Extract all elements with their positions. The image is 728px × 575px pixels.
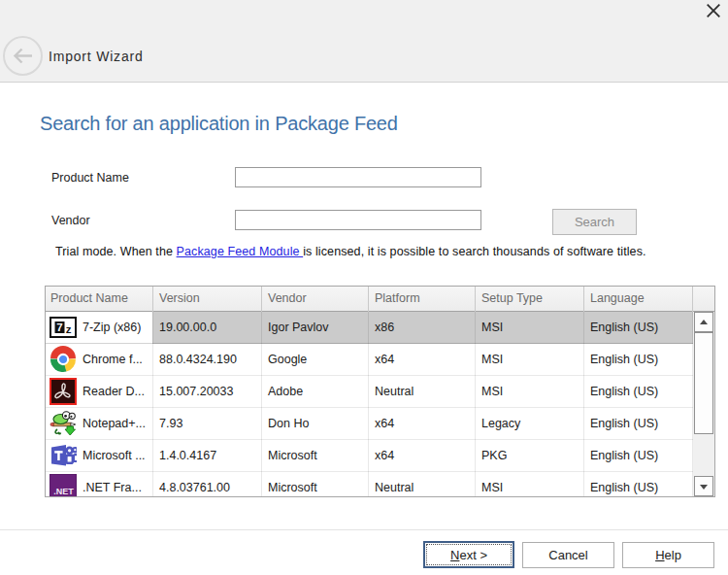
cell-version: 1.4.0.4167	[159, 449, 216, 462]
cell-setup-type: MSI	[481, 353, 503, 366]
teams-icon	[50, 442, 77, 469]
cell-language: English (US)	[590, 449, 658, 462]
cell-language: English (US)	[590, 353, 658, 366]
cell-version: 7.93	[159, 417, 182, 430]
column-divider	[475, 287, 476, 312]
cell-version: 19.00.00.0	[159, 321, 216, 334]
cell-setup-type: PKG	[481, 449, 507, 462]
cell-setup-type: MSI	[481, 321, 503, 334]
svg-text:.NET: .NET	[53, 487, 74, 496]
cell-product: .NET Fra...	[83, 481, 142, 494]
help-label-rest: elp	[665, 548, 681, 562]
cell-product: Reader D...	[83, 385, 145, 398]
cell-vendor: Google	[268, 353, 307, 366]
cell-version: 4.8.03761.00	[159, 481, 230, 494]
scroll-up-button[interactable]	[694, 312, 713, 332]
column-divider	[368, 287, 369, 312]
trial-note: Trial mode. When the Package Feed Module…	[55, 245, 646, 258]
column-divider	[261, 312, 262, 496]
cell-vendor: Don Ho	[268, 417, 309, 430]
column-divider	[152, 287, 153, 312]
vendor-label: Vendor	[51, 214, 90, 227]
next-label-rest: ext >	[459, 548, 487, 562]
column-divider	[475, 312, 476, 496]
table-row-7zip[interactable]: 7 z 7-Zip (x86) 19.00.00.0 Igor Pavlov x…	[46, 312, 693, 344]
chrome-icon	[50, 346, 77, 373]
cell-version: 88.0.4324.190	[159, 353, 237, 366]
cell-platform: x64	[375, 449, 394, 462]
help-button[interactable]: Help	[622, 542, 714, 568]
cancel-button[interactable]: Cancel	[522, 542, 614, 568]
7zip-icon: 7 z	[50, 314, 77, 341]
column-header-product-name[interactable]: Product Name	[50, 291, 128, 305]
svg-text:7: 7	[56, 321, 62, 333]
column-header-platform[interactable]: Platform	[375, 291, 420, 305]
cell-platform: Neutral	[375, 385, 414, 398]
cell-language: English (US)	[590, 385, 658, 398]
cancel-label: Cancel	[548, 548, 587, 562]
column-divider	[583, 312, 584, 496]
wizard-title: Import Wizard	[49, 49, 144, 64]
footer-divider	[0, 529, 728, 530]
vendor-input[interactable]	[235, 210, 481, 230]
cell-vendor: Adobe	[268, 385, 303, 398]
scroll-up-icon	[700, 320, 708, 324]
table-row-teams[interactable]: Microsoft ... 1.4.0.4167 Microsoft x64 P…	[46, 440, 693, 472]
vertical-scrollbar[interactable]	[693, 312, 714, 496]
table-row-reader[interactable]: Reader D... 15.007.20033 Adobe Neutral M…	[46, 376, 693, 408]
notepadpp-icon	[50, 410, 77, 437]
cell-platform: Neutral	[375, 481, 414, 494]
search-button[interactable]: Search	[552, 209, 637, 235]
cell-product: Chrome f...	[83, 353, 143, 366]
dotnet-icon: .NET	[50, 474, 77, 497]
reader-icon	[50, 378, 77, 405]
product-name-input[interactable]	[235, 167, 481, 187]
column-divider	[152, 312, 153, 496]
trial-note-prefix: Trial mode. When the	[55, 245, 177, 258]
table-row-notepadpp[interactable]: Notepad+... 7.93 Don Ho x64 Legacy Engli…	[46, 408, 693, 440]
cell-product: Microsoft ...	[83, 449, 146, 462]
wizard-header: Import Wizard	[0, 0, 728, 83]
cell-vendor: Igor Pavlov	[268, 321, 329, 334]
cell-setup-type: MSI	[481, 481, 503, 494]
trial-note-suffix: is licensed, it is possible to search th…	[303, 245, 645, 258]
next-button[interactable]: Next >	[423, 541, 514, 568]
close-button[interactable]	[703, 1, 724, 22]
back-arrow-icon	[13, 48, 33, 64]
column-header-setup-type[interactable]: Setup Type	[481, 291, 543, 305]
package-feed-module-link[interactable]: Package Feed Module	[177, 245, 304, 258]
results-table: Product Name Version Vendor Platform Set…	[45, 286, 715, 497]
cell-setup-type: MSI	[481, 385, 503, 398]
scroll-down-button[interactable]	[694, 476, 713, 496]
cell-product: Notepad+...	[83, 417, 146, 430]
column-header-version[interactable]: Version	[159, 291, 200, 305]
next-label-accel: N	[450, 548, 459, 562]
table-header-row: Product Name Version Vendor Platform Set…	[46, 287, 714, 312]
column-divider	[692, 312, 693, 496]
product-name-label: Product Name	[51, 171, 129, 185]
cell-platform: x64	[375, 353, 394, 366]
help-label-accel: H	[655, 548, 664, 562]
column-divider	[261, 287, 262, 312]
scroll-down-icon	[700, 485, 708, 490]
table-row-chrome[interactable]: Chrome f... 88.0.4324.190 Google x64 MSI…	[46, 344, 693, 376]
column-header-vendor[interactable]: Vendor	[268, 291, 307, 305]
cell-setup-type: Legacy	[481, 417, 520, 430]
cell-platform: x86	[375, 321, 394, 334]
page-title: Search for an application in Package Fee…	[40, 113, 398, 135]
cell-language: English (US)	[590, 481, 658, 494]
cell-language: English (US)	[590, 417, 658, 430]
column-divider	[583, 287, 584, 312]
cell-vendor: Microsoft	[268, 481, 317, 494]
cell-version: 15.007.20033	[159, 385, 233, 398]
column-header-language[interactable]: Language	[590, 291, 645, 305]
svg-text:z: z	[66, 323, 72, 335]
scroll-thumb[interactable]	[694, 332, 713, 434]
cell-vendor: Microsoft	[268, 449, 317, 462]
back-button[interactable]	[3, 36, 43, 76]
close-icon	[706, 3, 721, 18]
cell-language: English (US)	[590, 321, 658, 334]
column-divider	[368, 312, 369, 496]
table-row-dotnet[interactable]: .NET .NET Fra... 4.8.03761.00 Microsoft …	[46, 472, 693, 497]
cell-product: 7-Zip (x86)	[83, 321, 141, 334]
